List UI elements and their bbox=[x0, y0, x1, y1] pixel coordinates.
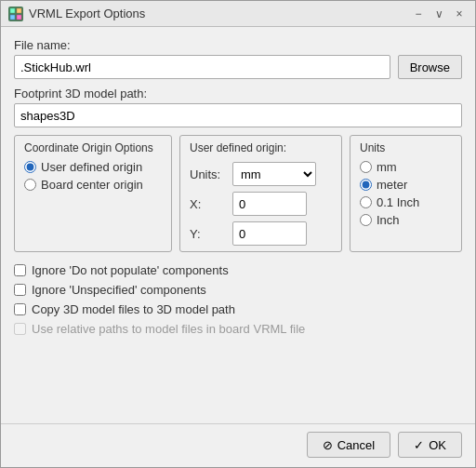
x-input[interactable] bbox=[232, 192, 307, 216]
cb-copy-3d-input[interactable] bbox=[14, 303, 26, 315]
radio-unit-inch[interactable]: Inch bbox=[360, 213, 452, 227]
panels-row: Coordinate Origin Options User defined o… bbox=[14, 135, 462, 252]
svg-rect-3 bbox=[17, 15, 21, 20]
footprint-path-label: Footprint 3D model path: bbox=[14, 87, 462, 100]
cb-do-not-populate-label: Ignore 'Do not populate' components bbox=[32, 263, 229, 277]
title-bar: VRML Export Options − ∨ × bbox=[1, 1, 475, 27]
ok-label: OK bbox=[429, 438, 446, 452]
svg-rect-1 bbox=[17, 8, 21, 13]
svg-rect-2 bbox=[10, 15, 15, 20]
radio-unit-mm-input[interactable] bbox=[360, 161, 372, 173]
close-button[interactable]: × bbox=[451, 6, 468, 22]
user-origin-legend: User defined origin: bbox=[190, 141, 332, 154]
vrml-export-dialog: VRML Export Options − ∨ × File name: Bro… bbox=[0, 0, 476, 468]
cb-unspecified-input[interactable] bbox=[14, 284, 26, 296]
footprint-path-input[interactable] bbox=[14, 103, 462, 127]
cb-unspecified-label: Ignore 'Unspecified' components bbox=[32, 283, 206, 297]
app-icon bbox=[8, 7, 23, 21]
radio-unit-inch-input[interactable] bbox=[360, 214, 372, 226]
cancel-icon: ⊘ bbox=[323, 438, 333, 452]
title-bar-buttons: − ∨ × bbox=[410, 6, 468, 22]
coordinate-origin-panel: Coordinate Origin Options User defined o… bbox=[14, 135, 172, 252]
cb-relative-paths-input bbox=[14, 323, 26, 335]
cancel-button[interactable]: ⊘ Cancel bbox=[307, 432, 390, 458]
cancel-label: Cancel bbox=[337, 438, 375, 452]
y-field-row: Y: bbox=[190, 221, 332, 246]
file-name-label: File name: bbox=[14, 38, 462, 52]
file-name-input[interactable] bbox=[14, 55, 390, 79]
cb-do-not-populate-row[interactable]: Ignore 'Do not populate' components bbox=[14, 263, 462, 277]
ok-icon: ✓ bbox=[414, 438, 424, 452]
maximize-button[interactable]: ∨ bbox=[430, 6, 447, 22]
title-bar-left: VRML Export Options bbox=[8, 7, 145, 21]
svg-rect-0 bbox=[10, 8, 15, 13]
units-select[interactable]: mm inch mils bbox=[232, 162, 316, 186]
radio-board-center[interactable]: Board center origin bbox=[24, 178, 162, 192]
user-origin-panel: User defined origin: Units: mm inch mils… bbox=[179, 135, 342, 252]
radio-unit-0-1-inch-input[interactable] bbox=[360, 196, 372, 208]
radio-user-defined-label: User defined origin bbox=[41, 160, 142, 174]
radio-unit-mm-label: mm bbox=[377, 160, 397, 174]
dialog-footer: ⊘ Cancel ✓ OK bbox=[1, 423, 475, 467]
cb-relative-paths-label: Use relative paths to model files in boa… bbox=[32, 322, 305, 336]
radio-user-defined[interactable]: User defined origin bbox=[24, 160, 162, 174]
x-field-label: X: bbox=[190, 197, 227, 211]
ok-button[interactable]: ✓ OK bbox=[398, 432, 462, 458]
cb-copy-3d-row[interactable]: Copy 3D model files to 3D model path bbox=[14, 302, 462, 316]
cb-copy-3d-label: Copy 3D model files to 3D model path bbox=[32, 302, 235, 316]
x-field-row: X: bbox=[190, 192, 332, 216]
cb-relative-paths-row: Use relative paths to model files in boa… bbox=[14, 322, 462, 336]
coordinate-origin-legend: Coordinate Origin Options bbox=[24, 141, 162, 154]
checkboxes-section: Ignore 'Do not populate' components Igno… bbox=[14, 263, 462, 336]
dialog-body: File name: Browse Footprint 3D model pat… bbox=[1, 27, 475, 423]
footprint-path-row: Footprint 3D model path: bbox=[14, 87, 462, 127]
dialog-title: VRML Export Options bbox=[29, 7, 145, 20]
y-field-label: Y: bbox=[190, 227, 227, 241]
radio-unit-meter-label: meter bbox=[377, 178, 407, 192]
radio-unit-0-1-inch-label: 0.1 Inch bbox=[377, 195, 419, 209]
radio-board-center-label: Board center origin bbox=[41, 178, 143, 192]
radio-board-center-input[interactable] bbox=[24, 179, 36, 191]
radio-unit-mm[interactable]: mm bbox=[360, 160, 452, 174]
browse-button[interactable]: Browse bbox=[398, 55, 462, 79]
file-name-field-row: Browse bbox=[14, 55, 462, 79]
units-panel: Units mm meter 0.1 Inch Inch bbox=[350, 135, 462, 252]
y-input[interactable] bbox=[232, 221, 307, 246]
units-field-row: Units: mm inch mils bbox=[190, 162, 332, 186]
minimize-button[interactable]: − bbox=[410, 6, 427, 22]
radio-unit-inch-label: Inch bbox=[377, 213, 400, 227]
units-field-label: Units: bbox=[190, 167, 227, 181]
radio-unit-0-1-inch[interactable]: 0.1 Inch bbox=[360, 195, 452, 209]
units-panel-legend: Units bbox=[360, 141, 452, 154]
radio-user-defined-input[interactable] bbox=[24, 161, 36, 173]
cb-do-not-populate-input[interactable] bbox=[14, 264, 26, 276]
cb-unspecified-row[interactable]: Ignore 'Unspecified' components bbox=[14, 283, 462, 297]
file-name-row: File name: Browse bbox=[14, 38, 462, 79]
radio-unit-meter-input[interactable] bbox=[360, 179, 372, 191]
radio-unit-meter[interactable]: meter bbox=[360, 178, 452, 192]
